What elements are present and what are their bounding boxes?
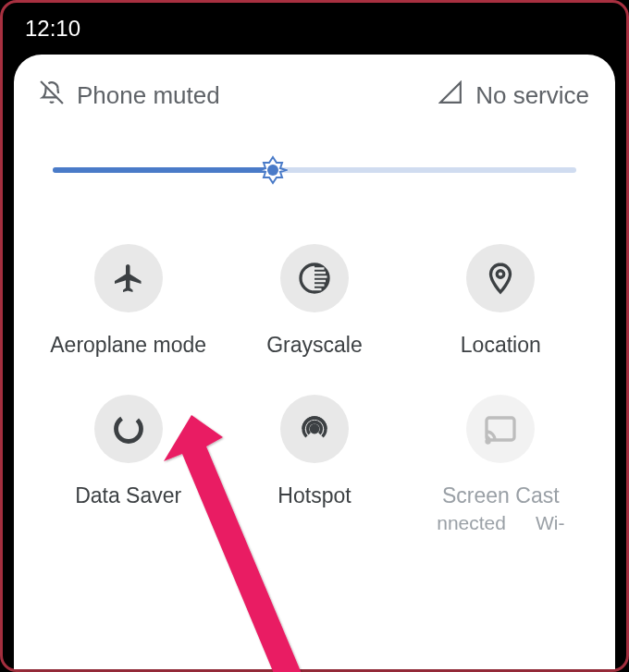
- cast-icon: [466, 395, 535, 463]
- sublabel-right: Wi-: [536, 512, 564, 534]
- tile-label: Grayscale: [266, 333, 363, 358]
- hotspot-icon: [280, 395, 349, 463]
- svg-line-0: [41, 81, 63, 104]
- brightness-slider[interactable]: [53, 152, 576, 189]
- tile-screen-cast[interactable]: Screen Cast nnected Wi-: [413, 395, 589, 534]
- tile-label: Hotspot: [278, 483, 351, 508]
- tile-grayscale[interactable]: Grayscale: [226, 244, 402, 358]
- svg-point-7: [112, 412, 145, 446]
- tile-label: Data Saver: [75, 483, 181, 508]
- tile-label: Aeroplane mode: [50, 333, 206, 358]
- sublabel-left: nnected: [437, 512, 506, 534]
- tile-hotspot[interactable]: Hotspot: [226, 395, 402, 534]
- svg-point-6: [498, 271, 505, 278]
- service-label: No service: [475, 81, 589, 110]
- svg-point-8: [311, 425, 318, 433]
- panel-header: Phone muted No service: [40, 80, 589, 111]
- header-right: No service: [438, 80, 589, 111]
- data-saver-icon: [94, 395, 163, 463]
- muted-label: Phone muted: [77, 81, 220, 110]
- brightness-thumb[interactable]: [258, 155, 288, 185]
- contrast-icon: [280, 244, 349, 312]
- tile-label: Location: [461, 333, 541, 358]
- phone-frame: 12:10 Phone muted: [0, 0, 629, 672]
- svg-rect-9: [487, 418, 514, 440]
- svg-point-10: [487, 440, 489, 443]
- svg-point-2: [267, 165, 278, 176]
- tile-aeroplane-mode[interactable]: Aeroplane mode: [40, 244, 216, 358]
- quick-settings-panel: Phone muted No service: [14, 55, 615, 669]
- bell-off-icon: [40, 80, 64, 111]
- tile-sublabel: nnected Wi-: [437, 512, 564, 534]
- location-pin-icon: [466, 244, 535, 312]
- airplane-icon: [94, 244, 163, 312]
- status-bar: 12:10: [3, 3, 626, 55]
- slider-fill: [53, 167, 273, 173]
- tile-label: Screen Cast: [442, 483, 560, 508]
- tile-data-saver[interactable]: Data Saver: [40, 395, 216, 534]
- tile-location[interactable]: Location: [413, 244, 589, 358]
- status-time: 12:10: [25, 16, 80, 42]
- signal-empty-icon: [438, 80, 462, 111]
- quick-settings-tiles: Aeroplane mode Grayscale: [40, 244, 589, 534]
- header-left: Phone muted: [40, 80, 220, 111]
